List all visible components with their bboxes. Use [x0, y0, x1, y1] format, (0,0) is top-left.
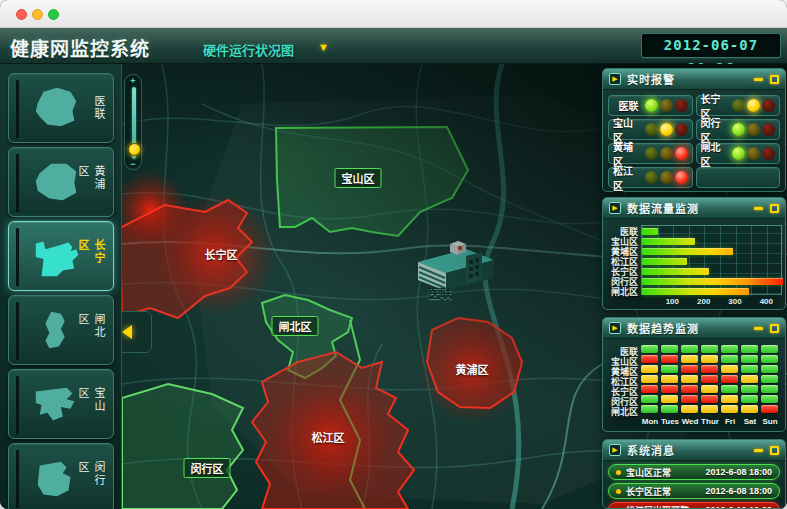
heatmap-cell-r [681, 395, 698, 403]
sidebar-item-changning[interactable]: 长宁区 [8, 221, 114, 291]
panel-maximize-button[interactable] [770, 75, 779, 84]
zoom-out-button[interactable]: − [125, 159, 141, 169]
panel-play-icon[interactable]: ▶ [609, 202, 621, 214]
heatmap-cell-y [681, 355, 698, 363]
system-message-normal[interactable]: 长宁区正常2012-6-08 18:00 [608, 483, 780, 499]
datetime-display: 2012-06-07 20:26 [641, 33, 781, 58]
bar-6 [642, 288, 749, 295]
sidebar-item-huangpu[interactable]: 黄浦区 [8, 147, 114, 217]
zoom-slider-knob[interactable] [128, 143, 141, 156]
system-message-warning[interactable]: 松江区出现预警2012-6-10 12:00 [608, 502, 780, 509]
heatmap-cell-g [721, 385, 738, 393]
heatmap-cell-y [721, 405, 738, 413]
alarm-item[interactable]: 松江区 [608, 167, 693, 188]
sidebar-item-label: 宝山区 [75, 387, 107, 421]
panel-title: 系统消息 [627, 442, 754, 458]
alarm-led-green-on [732, 147, 745, 160]
message-time: 2012-6-10 12:00 [705, 505, 772, 509]
bar-1 [642, 238, 695, 245]
heatmap-cell-r [681, 365, 698, 373]
alarm-item[interactable]: 宝山区 [608, 119, 693, 140]
realtime-alarm-panel: ▶ 实时报警 医联长宁区宝山区闵行区黄埔区闸北区松江区 [602, 68, 786, 192]
map-label-songjiang: 松江区 [312, 429, 345, 445]
weekday-label: Tues [660, 417, 680, 426]
panel-maximize-button[interactable] [770, 204, 779, 213]
panel-minimize-button[interactable] [754, 449, 763, 452]
heatmap-cell-y [681, 405, 698, 413]
panel-play-icon[interactable]: ▶ [609, 444, 621, 456]
alarm-led-red-on [675, 171, 688, 184]
view-mode-label[interactable]: 硬件运行状况图 [203, 40, 294, 59]
alarm-led-green-off [732, 99, 745, 112]
window-minimize-button[interactable] [32, 9, 43, 20]
message-time: 2012-6-08 18:00 [705, 467, 772, 477]
heatmap-cell-g [701, 345, 718, 353]
system-message-normal[interactable]: 宝山区正常2012-6-08 18:00 [608, 464, 780, 480]
panel-maximize-button[interactable] [770, 446, 779, 455]
heatmap-cell-g [641, 405, 658, 413]
district-sidebar: 医联黄浦区长宁区闸北区宝山区闵行区 [0, 64, 122, 509]
view-mode-dropdown-icon[interactable]: ▼ [318, 41, 329, 53]
map-region-minhang[interactable] [122, 384, 243, 509]
panel-maximize-button[interactable] [770, 324, 779, 333]
alarm-led-green-off [645, 147, 658, 160]
heatmap-cell-r [701, 375, 718, 383]
window-titlebar [0, 0, 787, 28]
alarm-item[interactable]: 闸北区 [696, 143, 781, 164]
window-close-button[interactable] [16, 9, 27, 20]
zoom-in-button[interactable]: + [125, 76, 141, 86]
sidebar-item-minhang[interactable]: 闵行区 [8, 443, 114, 509]
heatmap-cell-g [741, 385, 758, 393]
x-axis-tick: 200 [697, 297, 710, 306]
map-zoom-slider: + − [124, 74, 142, 170]
heatmap-cell-g [741, 365, 758, 373]
alarm-item[interactable]: 闵行区 [696, 119, 781, 140]
data-traffic-panel: ▶ 数据流量监测 医联宝山区黄埔区松江区长宁区闵行区闸北区10020030040… [602, 197, 786, 310]
alarm-led-green-off [645, 123, 658, 136]
card-groove [16, 228, 19, 286]
heatmap-cell-r [721, 375, 738, 383]
alarm-cell-empty [696, 167, 781, 188]
map-label-baoshan: 宝山区 [335, 168, 382, 188]
panel-title: 数据流量监测 [627, 200, 754, 216]
message-text: 长宁区正常 [626, 485, 705, 498]
heatmap-cell-g [741, 395, 758, 403]
panel-minimize-button[interactable] [754, 207, 763, 210]
sidebar-item-baoshan[interactable]: 宝山区 [8, 369, 114, 439]
alarm-led-red-off [762, 147, 775, 160]
panel-header: ▶ 实时报警 [603, 69, 785, 90]
sidebar-item-zhabei[interactable]: 闸北区 [8, 295, 114, 365]
district-shape-icon [27, 82, 87, 136]
panel-header: ▶ 数据流量监测 [603, 198, 785, 219]
alarm-led-green-off [645, 171, 658, 184]
panel-minimize-button[interactable] [754, 327, 763, 330]
bar-row-label: 闸北区 [603, 285, 638, 298]
panel-minimize-button[interactable] [754, 78, 763, 81]
alarm-led-yellow-on [660, 123, 673, 136]
card-groove [16, 450, 19, 508]
bar-2 [642, 248, 733, 255]
heatmap-cell-g [641, 345, 658, 353]
panel-title: 实时报警 [627, 71, 754, 87]
heatmap-cell-g [761, 395, 778, 403]
card-groove [16, 80, 19, 138]
bar-4 [642, 268, 709, 275]
map-label-huangpu: 黄浦区 [456, 361, 489, 377]
panel-play-icon[interactable]: ▶ [609, 322, 621, 334]
message-text: 松江区出现预警 [626, 504, 705, 509]
heatmap-cell-g [741, 345, 758, 353]
sidebar-item-label: 长宁区 [75, 239, 107, 273]
alarm-item[interactable]: 长宁区 [696, 95, 781, 116]
alarm-led-yellow-on [747, 99, 760, 112]
app-title: 健康网监控系统 [10, 34, 150, 61]
panel-play-icon[interactable]: ▶ [609, 73, 621, 85]
x-axis-tick: 100 [666, 297, 679, 306]
heatmap-cell-g [661, 365, 678, 373]
weekday-label: Thur [700, 417, 720, 426]
alarm-led-yellow-off [747, 147, 760, 160]
sidebar-item-yilian[interactable]: 医联 [8, 73, 114, 143]
window-zoom-button[interactable] [48, 9, 59, 20]
alarm-item[interactable]: 黄埔区 [608, 143, 693, 164]
weekday-label: Sat [740, 417, 760, 426]
alarm-item[interactable]: 医联 [608, 95, 693, 116]
